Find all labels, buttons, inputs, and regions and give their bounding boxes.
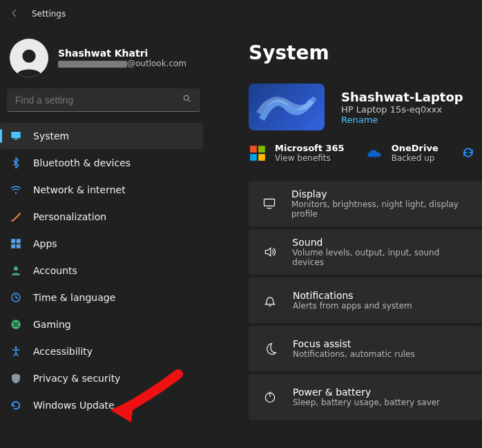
service-onedrive[interactable]: OneDrive Backed up xyxy=(365,143,438,163)
svg-rect-7 xyxy=(11,239,15,243)
search-box[interactable] xyxy=(7,88,200,112)
svg-rect-18 xyxy=(258,154,265,161)
moon-icon xyxy=(262,341,278,356)
left-pane: Shashwat Khatri @outlook.com System Blue… xyxy=(0,25,207,419)
device-row: Shashwat-Laptop HP Laptop 15s-eq0xxx Ren… xyxy=(249,84,482,130)
display-icon xyxy=(262,196,276,211)
back-icon[interactable] xyxy=(10,8,19,20)
sidebar-item-label: Time & language xyxy=(33,292,115,303)
sidebar-item-apps[interactable]: Apps xyxy=(0,231,203,257)
sidebar-item-accessibility[interactable]: Accessibility xyxy=(0,338,203,364)
card-title: Sound xyxy=(292,237,468,248)
svg-point-5 xyxy=(15,192,17,193)
svg-rect-17 xyxy=(250,154,257,161)
device-name: Shashwat-Laptop xyxy=(341,90,463,104)
nav: System Bluetooth & devices Network & int… xyxy=(0,123,207,418)
card-sub: Monitors, brightness, night light, displ… xyxy=(291,199,468,219)
card-display[interactable]: Display Monitors, brightness, night ligh… xyxy=(249,181,482,226)
card-title: Display xyxy=(291,188,468,199)
shield-icon xyxy=(10,372,22,384)
svg-rect-16 xyxy=(258,146,265,153)
accessibility-icon xyxy=(10,345,22,358)
sidebar-item-label: Gaming xyxy=(33,319,71,330)
svg-rect-9 xyxy=(11,244,15,249)
card-sub: Sleep, battery usage, battery saver xyxy=(293,398,440,407)
user-email: @outlook.com xyxy=(58,59,186,68)
sidebar-item-label: Personalization xyxy=(33,211,106,222)
update-icon xyxy=(10,399,22,411)
card-title: Power & battery xyxy=(293,387,440,398)
card-notifications[interactable]: Notifications Alerts from apps and syste… xyxy=(249,277,482,323)
svg-rect-19 xyxy=(264,199,275,206)
sidebar-item-label: Apps xyxy=(33,238,57,249)
card-sub: Alerts from apps and system xyxy=(293,301,412,311)
sidebar-item-time[interactable]: Time & language xyxy=(0,284,203,311)
wallpaper-thumb xyxy=(249,84,325,130)
svg-rect-8 xyxy=(17,239,21,243)
bell-icon xyxy=(262,293,278,308)
sidebar-item-bluetooth[interactable]: Bluetooth & devices xyxy=(0,150,203,176)
person-icon xyxy=(10,264,22,277)
wifi-icon xyxy=(10,184,22,196)
avatar xyxy=(10,39,48,77)
brush-icon xyxy=(10,211,22,223)
card-title: Notifications xyxy=(293,290,412,301)
sidebar-item-label: Bluetooth & devices xyxy=(33,157,131,168)
sidebar-item-accounts[interactable]: Accounts xyxy=(0,257,203,284)
user-name: Shashwat Khatri xyxy=(58,48,186,59)
onedrive-title: OneDrive xyxy=(392,143,438,153)
user-row[interactable]: Shashwat Khatri @outlook.com xyxy=(0,32,207,88)
ms365-sub: View benefits xyxy=(275,153,345,163)
card-sound[interactable]: Sound Volume levels, output, input, soun… xyxy=(249,229,482,275)
settings-cards: Display Monitors, brightness, night ligh… xyxy=(249,181,482,420)
sidebar-item-update[interactable]: Windows Update xyxy=(0,392,203,418)
rename-link[interactable]: Rename xyxy=(341,115,463,125)
sidebar-item-system[interactable]: System xyxy=(0,123,203,149)
services-row: Microsoft 365 View benefits OneDrive Bac… xyxy=(249,143,482,163)
sidebar-item-label: Network & internet xyxy=(33,184,126,195)
onedrive-sub: Backed up xyxy=(392,153,438,163)
ms365-title: Microsoft 365 xyxy=(275,143,345,153)
sidebar-item-personalization[interactable]: Personalization xyxy=(0,204,203,230)
power-icon xyxy=(262,389,278,405)
card-sub: Volume levels, output, input, sound devi… xyxy=(292,248,468,267)
svg-rect-6 xyxy=(11,220,14,222)
system-icon xyxy=(10,130,22,142)
sidebar-item-label: Accounts xyxy=(33,265,77,276)
search-input[interactable] xyxy=(15,95,167,106)
svg-point-14 xyxy=(15,347,17,349)
svg-rect-3 xyxy=(11,132,21,138)
svg-line-2 xyxy=(189,100,191,102)
sync-icon[interactable] xyxy=(461,146,475,159)
ms365-icon xyxy=(249,144,267,162)
user-text: Shashwat Khatri @outlook.com xyxy=(58,48,186,68)
titlebar: Settings xyxy=(0,0,482,25)
sidebar-item-label: Accessibility xyxy=(33,346,93,357)
svg-rect-4 xyxy=(14,139,18,140)
sidebar-item-label: Privacy & security xyxy=(33,373,120,384)
bluetooth-icon xyxy=(10,157,22,169)
sidebar-item-label: Windows Update xyxy=(33,400,115,411)
sidebar-item-privacy[interactable]: Privacy & security xyxy=(0,365,203,391)
card-focus[interactable]: Focus assist Notifications, automatic ru… xyxy=(249,326,482,371)
right-pane: System Shashwat-Laptop HP Laptop 15s-eq0… xyxy=(214,25,482,448)
card-title: Focus assist xyxy=(293,338,415,349)
sidebar-item-network[interactable]: Network & internet xyxy=(0,177,203,203)
onedrive-icon xyxy=(365,144,383,162)
sidebar-item-gaming[interactable]: Gaming xyxy=(0,311,203,338)
svg-rect-15 xyxy=(250,146,257,153)
apps-icon xyxy=(10,237,22,250)
svg-point-13 xyxy=(11,320,21,329)
sound-icon xyxy=(262,244,277,260)
svg-point-11 xyxy=(14,266,18,271)
sidebar-item-label: System xyxy=(33,130,69,142)
service-ms365[interactable]: Microsoft 365 View benefits xyxy=(249,143,345,163)
svg-point-1 xyxy=(184,95,189,100)
xbox-icon xyxy=(10,318,22,331)
page-title: System xyxy=(249,41,482,64)
email-domain: @outlook.com xyxy=(127,59,186,68)
card-power[interactable]: Power & battery Sleep, battery usage, ba… xyxy=(249,374,482,420)
search-icon xyxy=(182,94,192,106)
svg-point-0 xyxy=(22,50,35,63)
card-sub: Notifications, automatic rules xyxy=(293,349,415,359)
